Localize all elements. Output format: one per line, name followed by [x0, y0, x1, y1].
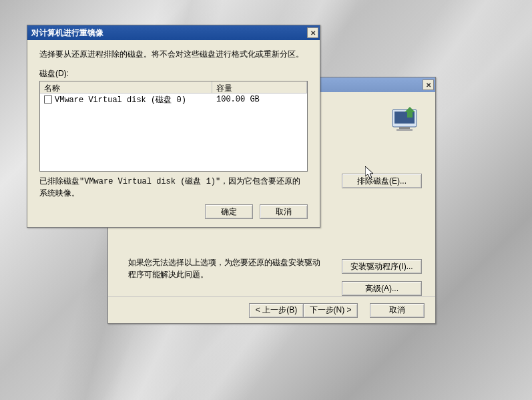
- disk-name: VMware Virtual disk (磁盘 0): [55, 94, 186, 106]
- reimage-icon: [388, 104, 422, 132]
- exclude-disk-dialog: 对计算机进行重镜像 ✕ 选择要从还原进程排除的磁盘。将不会对这些磁盘进行格式化或…: [27, 25, 320, 228]
- column-name[interactable]: 名称: [40, 81, 212, 93]
- dialog-titlebar[interactable]: 对计算机进行重镜像 ✕: [27, 25, 320, 40]
- back-button[interactable]: < 上一步(B): [249, 303, 304, 318]
- wizard-button-bar: < 上一步(B) 下一步(N) > 取消: [108, 296, 435, 323]
- disk-label: 磁盘(D):: [39, 68, 308, 79]
- advanced-button[interactable]: 高级(A)...: [342, 281, 422, 296]
- ok-button[interactable]: 确定: [205, 204, 253, 219]
- install-driver-button[interactable]: 安装驱动程序(I)...: [342, 259, 422, 274]
- disk-size: 100.00 GB: [212, 95, 307, 104]
- instruction-text: 选择要从还原进程排除的磁盘。将不会对这些磁盘进行格式化或重新分区。: [39, 48, 308, 60]
- close-icon[interactable]: ✕: [307, 27, 318, 38]
- disk-listview[interactable]: 名称 容量 VMware Virtual disk (磁盘 0) 100.00 …: [39, 81, 308, 172]
- svg-rect-3: [396, 129, 413, 131]
- checkbox[interactable]: [44, 95, 52, 104]
- list-item[interactable]: VMware Virtual disk (磁盘 0) 100.00 GB: [40, 93, 307, 106]
- cancel-button[interactable]: 取消: [260, 204, 308, 219]
- help-text: 如果您无法选择以上选项，为您要还原的磁盘安装驱动程序可能解决此问题。: [128, 256, 322, 280]
- wizard-cancel-button[interactable]: 取消: [370, 303, 425, 318]
- next-button[interactable]: 下一步(N) >: [303, 303, 358, 318]
- column-size[interactable]: 容量: [212, 81, 307, 93]
- svg-rect-2: [399, 127, 410, 129]
- listview-header: 名称 容量: [40, 81, 307, 93]
- dialog-title: 对计算机进行重镜像: [31, 27, 103, 39]
- close-icon[interactable]: ✕: [423, 79, 434, 90]
- exclude-disk-button[interactable]: 排除磁盘(E)...: [342, 174, 422, 188]
- excluded-message: 已排除磁盘"VMware Virtual disk (磁盘 1)"，因为它包含要…: [39, 176, 308, 200]
